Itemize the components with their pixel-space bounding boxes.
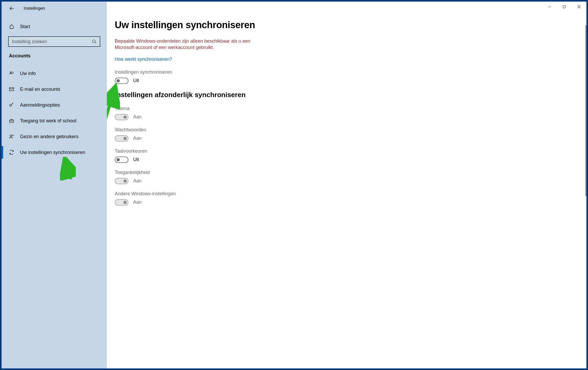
toggle-row-passwords: Aan bbox=[115, 135, 352, 142]
toggle-theme bbox=[115, 114, 128, 120]
category-header: Accounts bbox=[2, 47, 107, 63]
nav-list: Uw infoE-mail en accountsAanmeldingsopti… bbox=[2, 66, 107, 160]
toggle-state-passwords: Aan bbox=[133, 136, 142, 141]
sidebar-item-email-accounts[interactable]: E-mail en accounts bbox=[2, 81, 107, 97]
section-title: Instellingen afzonderlijk synchroniseren bbox=[115, 91, 352, 99]
sidebar-item-family-users[interactable]: Gezin en andere gebruikers bbox=[2, 129, 107, 144]
home-label: Start bbox=[20, 24, 30, 29]
help-link[interactable]: Hoe werkt synchroniseren? bbox=[115, 57, 172, 62]
toggle-lang[interactable] bbox=[115, 157, 128, 163]
toggle-accessibility bbox=[115, 178, 128, 184]
mail-icon bbox=[9, 87, 14, 92]
sidebar-item-label: Uw info bbox=[20, 71, 36, 76]
toggle-state-accessibility: Aan bbox=[133, 178, 142, 184]
key-icon bbox=[9, 102, 14, 108]
settings-window: Instellingen Start Accounts Uw infoE-mai… bbox=[2, 2, 586, 368]
sidebar-item-signin-options[interactable]: Aanmeldingsopties bbox=[2, 97, 107, 113]
sidebar: Instellingen Start Accounts Uw infoE-mai… bbox=[2, 2, 107, 368]
sub-toggles: ThemaAanWachtwoordenAanTaalvoorkeurenUit… bbox=[115, 106, 352, 206]
sync-icon bbox=[9, 150, 14, 155]
master-toggle-state: Uit bbox=[133, 78, 139, 83]
svg-rect-2 bbox=[9, 88, 14, 91]
person-card-icon bbox=[9, 71, 14, 76]
app-title: Instellingen bbox=[24, 6, 45, 11]
toggle-passwords bbox=[115, 135, 128, 142]
sidebar-item-sync-settings[interactable]: Uw instellingen synchroniseren bbox=[2, 144, 107, 160]
warning-text: Bepaalde Windows-onderdelen zijn alleen … bbox=[115, 38, 262, 51]
sidebar-item-label: Toegang tot werk of school bbox=[20, 118, 76, 124]
toggle-state-lang: Uit bbox=[133, 157, 139, 162]
search-icon bbox=[92, 39, 97, 44]
person-plus-icon bbox=[9, 134, 14, 139]
master-toggle[interactable] bbox=[115, 78, 128, 84]
toggle-state-other: Aan bbox=[133, 199, 142, 205]
title-bar bbox=[107, 2, 586, 15]
scroll-thumb[interactable] bbox=[585, 25, 586, 196]
back-button[interactable] bbox=[9, 6, 14, 11]
svg-point-5 bbox=[10, 135, 12, 137]
master-toggle-row: Uit bbox=[115, 78, 352, 84]
sidebar-item-your-info[interactable]: Uw info bbox=[2, 66, 107, 81]
home-icon bbox=[9, 24, 14, 29]
toggle-other bbox=[115, 199, 128, 206]
sidebar-item-label: Gezin en andere gebruikers bbox=[20, 134, 78, 139]
toggle-label-passwords: Wachtwoorden bbox=[115, 127, 352, 133]
page-title: Uw instellingen synchroniseren bbox=[115, 19, 352, 31]
home-button[interactable]: Start bbox=[2, 20, 107, 33]
toggle-row-other: Aan bbox=[115, 199, 352, 206]
master-toggle-label: Instellingen synchroniseren bbox=[115, 69, 352, 75]
toggle-label-theme: Thema bbox=[115, 106, 352, 111]
svg-point-1 bbox=[10, 72, 11, 73]
main-panel: Uw instellingen synchroniseren Bepaalde … bbox=[107, 2, 586, 368]
svg-rect-6 bbox=[563, 6, 566, 8]
toggle-label-other: Andere Windows-instellingen bbox=[115, 191, 352, 197]
sidebar-item-label: Uw instellingen synchroniseren bbox=[20, 150, 85, 155]
toggle-row-theme: Aan bbox=[115, 114, 352, 120]
svg-point-3 bbox=[10, 104, 12, 106]
toggle-row-accessibility: Aan bbox=[115, 178, 352, 184]
search-input[interactable] bbox=[12, 39, 92, 44]
svg-point-0 bbox=[92, 40, 95, 43]
svg-rect-4 bbox=[10, 120, 14, 123]
briefcase-icon bbox=[9, 118, 14, 123]
sidebar-item-label: Aanmeldingsopties bbox=[20, 102, 60, 108]
sidebar-item-label: E-mail en accounts bbox=[20, 87, 60, 92]
toggle-label-accessibility: Toegankelijkheid bbox=[115, 170, 352, 175]
scrollbar[interactable] bbox=[585, 2, 586, 368]
toggle-state-theme: Aan bbox=[133, 114, 142, 120]
sidebar-header: Instellingen bbox=[2, 2, 107, 15]
close-button[interactable] bbox=[572, 2, 586, 12]
maximize-button[interactable] bbox=[557, 2, 572, 12]
sidebar-item-work-school[interactable]: Toegang tot werk of school bbox=[2, 113, 107, 129]
search-box[interactable] bbox=[8, 36, 100, 47]
minimize-button[interactable] bbox=[542, 2, 557, 12]
toggle-row-lang: Uit bbox=[115, 157, 352, 163]
toggle-label-lang: Taalvoorkeuren bbox=[115, 148, 352, 154]
content: Uw instellingen synchroniseren Bepaalde … bbox=[107, 15, 360, 220]
